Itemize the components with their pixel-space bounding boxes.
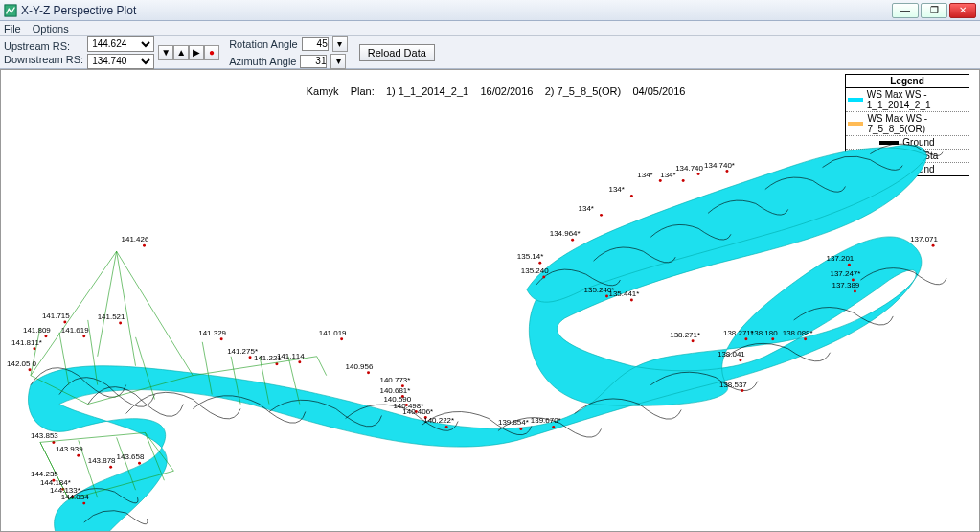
svg-text:143.939: 143.939	[56, 445, 83, 453]
svg-point-27	[82, 502, 85, 505]
arrow-up-button[interactable]: ▲	[173, 45, 189, 60]
close-button[interactable]: ✕	[949, 3, 976, 18]
svg-text:140.956: 140.956	[346, 362, 374, 371]
upstream-select[interactable]: 144.624	[87, 36, 154, 52]
svg-text:138.088*: 138.088*	[783, 329, 813, 337]
svg-text:135.441*: 135.441*	[608, 289, 639, 298]
svg-text:137.389: 137.389	[832, 281, 860, 289]
svg-point-11	[298, 360, 301, 363]
svg-text:141.521: 141.521	[98, 312, 125, 321]
svg-text:137.201: 137.201	[827, 254, 855, 263]
arrow-down-button[interactable]: ▼	[158, 45, 173, 60]
svg-text:141.329: 141.329	[198, 329, 226, 337]
svg-point-6	[33, 347, 35, 350]
svg-point-22	[109, 466, 112, 469]
svg-point-29	[552, 426, 555, 428]
toolbar: Upstream RS: Downstream RS: 144.624 134.…	[0, 36, 980, 69]
svg-point-4	[82, 335, 85, 337]
svg-text:143.878: 143.878	[88, 456, 116, 465]
svg-point-23	[138, 462, 141, 465]
svg-text:140.681*: 140.681*	[379, 386, 410, 395]
svg-point-39	[932, 244, 935, 247]
svg-text:142.05 0: 142.05 0	[7, 359, 37, 368]
svg-point-40	[538, 262, 541, 265]
svg-point-32	[771, 337, 774, 340]
titlebar: X-Y-Z Perspective Plot — ❐ ✕	[0, 0, 980, 21]
svg-text:138.537: 138.537	[719, 381, 747, 389]
svg-text:144.235: 144.235	[31, 470, 58, 478]
svg-point-47	[697, 173, 700, 175]
svg-text:141.019: 141.019	[319, 329, 347, 337]
svg-text:134.740*: 134.740*	[704, 161, 735, 170]
svg-text:140.406*: 140.406*	[402, 407, 433, 416]
svg-point-9	[249, 356, 252, 359]
azimuth-input[interactable]	[300, 55, 327, 68]
reload-button[interactable]: Reload Data	[359, 44, 435, 61]
svg-text:141.114: 141.114	[277, 352, 305, 360]
svg-point-34	[739, 359, 741, 361]
window-title: X-Y-Z Perspective Plot	[21, 4, 892, 17]
perspective-plot[interactable]: 141.426141.521141.715141.619141.809141.8…	[1, 70, 979, 531]
minimize-button[interactable]: —	[892, 3, 919, 18]
menu-options[interactable]: Options	[33, 23, 69, 35]
svg-text:137.247*: 137.247*	[831, 269, 861, 278]
svg-point-10	[275, 362, 278, 365]
upstream-label: Upstream RS:	[4, 40, 83, 52]
plot-area: Kamyk Plan: 1) 1_1_2014_2_1 16/02/2016 2…	[0, 69, 980, 532]
svg-text:140.222*: 140.222*	[423, 416, 454, 425]
svg-text:134*: 134*	[637, 171, 652, 179]
svg-point-13	[367, 371, 370, 374]
record-button[interactable]: ●	[204, 45, 219, 60]
svg-text:141.619: 141.619	[61, 326, 89, 335]
svg-text:139.854*: 139.854*	[498, 418, 529, 427]
svg-text:134.964*: 134.964*	[550, 229, 581, 238]
svg-text:141.426: 141.426	[122, 235, 149, 243]
azimuth-spin[interactable]: ▾	[330, 54, 346, 69]
svg-text:134*: 134*	[660, 171, 675, 179]
svg-text:134.740: 134.740	[675, 164, 703, 173]
svg-point-50	[630, 299, 633, 302]
svg-point-30	[692, 339, 695, 342]
svg-text:137.071: 137.071	[910, 235, 938, 243]
svg-text:141.715: 141.715	[42, 312, 70, 320]
svg-text:143.853: 143.853	[31, 431, 58, 440]
svg-point-44	[630, 195, 633, 197]
svg-point-21	[77, 454, 80, 457]
svg-point-28	[519, 428, 522, 430]
arrow-right-button[interactable]: ▶	[189, 45, 204, 60]
rotation-label: Rotation Angle	[229, 38, 298, 50]
svg-point-5	[44, 335, 47, 337]
svg-text:141.811*: 141.811*	[11, 338, 42, 347]
svg-point-31	[744, 337, 747, 340]
app-icon	[4, 4, 17, 17]
downstream-label: Downstream RS:	[4, 54, 83, 65]
svg-text:134*: 134*	[579, 204, 594, 213]
svg-text:141.809: 141.809	[23, 326, 51, 335]
rotation-spin[interactable]: ▾	[332, 36, 348, 52]
svg-text:134*: 134*	[608, 185, 624, 194]
svg-point-19	[445, 426, 448, 428]
svg-text:144.034: 144.034	[61, 493, 89, 501]
svg-point-46	[682, 179, 685, 182]
svg-point-33	[804, 337, 807, 340]
azimuth-label: Azimuth Angle	[229, 56, 296, 67]
svg-text:143.658: 143.658	[117, 452, 145, 461]
rotation-input[interactable]	[302, 37, 329, 51]
menu-file[interactable]: File	[4, 23, 21, 35]
svg-text:135.240: 135.240	[521, 266, 549, 275]
menubar: File Options	[0, 21, 980, 36]
svg-point-35	[741, 389, 743, 392]
svg-point-7	[29, 368, 32, 371]
svg-point-42	[571, 239, 574, 242]
svg-point-41	[542, 276, 545, 279]
svg-text:139.670*: 139.670*	[531, 416, 561, 425]
svg-text:138.041: 138.041	[718, 350, 745, 359]
maximize-button[interactable]: ❐	[921, 3, 947, 18]
downstream-select[interactable]: 134.740	[87, 54, 154, 69]
svg-point-38	[848, 264, 851, 266]
svg-point-2	[119, 321, 122, 324]
svg-point-48	[725, 170, 728, 173]
svg-point-45	[659, 179, 662, 182]
svg-point-8	[220, 337, 223, 340]
svg-text:135.14*: 135.14*	[517, 252, 543, 261]
